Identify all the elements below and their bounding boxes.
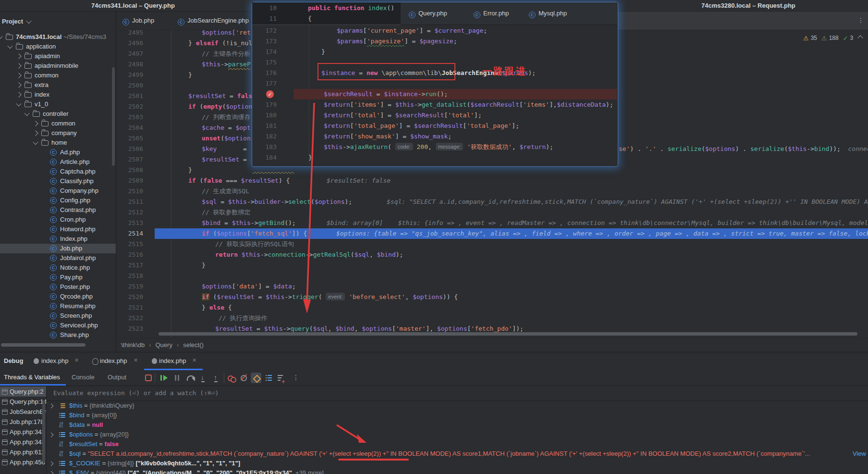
tree-item-captcha-php[interactable]: CCaptcha.php (0, 167, 116, 176)
step-over-button[interactable] (186, 374, 195, 382)
chevron-down-icon[interactable] (33, 139, 38, 145)
frame-row[interactable]: App.php:456 (0, 457, 46, 467)
threads-view-icon[interactable] (265, 374, 274, 382)
editor-horizontal-scrollbar[interactable] (159, 332, 857, 336)
frame-row[interactable]: JobSearchEn (0, 407, 46, 417)
editor-tab-job-php[interactable]: CJob.php (122, 11, 154, 30)
tree-item-index[interactable]: index (0, 90, 116, 100)
tree-item-ad-php[interactable]: CAd.php (0, 148, 116, 157)
chevron-down-icon[interactable] (7, 43, 12, 49)
chevron-down-icon[interactable] (16, 101, 21, 106)
variable-row-resultset[interactable]: 1001$resultSet = false (47, 439, 868, 449)
tree-item-common[interactable]: common (0, 119, 116, 128)
breakpoint-icon[interactable]: ✓ (266, 90, 274, 98)
tree-item-company[interactable]: company (0, 128, 116, 138)
tree-item-apiadminmobile[interactable]: apiadminmobile (0, 61, 116, 71)
tree-horizontal-scrollbar[interactable] (1, 343, 86, 347)
tree-item-resume-php[interactable]: CResume.php (0, 301, 116, 311)
chevron-right-icon[interactable] (16, 92, 21, 97)
breadcrumb-item[interactable]: select() (183, 341, 204, 349)
tree-item-config-php[interactable]: CConfig.php (0, 196, 116, 205)
editor-tab-jobsearchengine-php[interactable]: CJobSearchEngine.php (178, 11, 249, 30)
tree-item-share-php[interactable]: CShare.php (0, 330, 116, 340)
variable-row-_env[interactable]: $_ENV = {string[44]} ["4", "/Application… (47, 468, 868, 474)
tree-item-article-php[interactable]: CArticle.php (0, 157, 116, 167)
variable-row-_cookie[interactable]: $_COOKIE = {string[4]} ["kl6vb0ok9qhto5k… (47, 459, 868, 468)
tree-item-cron-php[interactable]: CCron.php (0, 215, 116, 225)
expander-icon[interactable] (49, 404, 54, 409)
tree-vertical-scrollbar[interactable] (112, 67, 115, 166)
step-into-button[interactable]: ↓ (199, 374, 208, 382)
chevron-right-icon[interactable] (33, 130, 38, 136)
show-execution-point-button[interactable] (252, 374, 260, 382)
tree-item-jobfairol-php[interactable]: CJobfairol.php (0, 253, 116, 263)
tree-item-controller[interactable]: controller (0, 109, 116, 119)
step-out-button[interactable]: ↑ (212, 374, 221, 382)
expander-icon[interactable] (49, 471, 54, 474)
popup-tab-query-php[interactable]: CQuery.php (409, 2, 447, 25)
debug-view-tab-console[interactable]: Console (72, 374, 95, 381)
tree-item-serviceol-php[interactable]: CServiceol.php (0, 321, 116, 330)
more-options-icon[interactable]: ⋮ (857, 16, 864, 24)
popup-tab-mysql-php[interactable]: CMysql.php (529, 2, 567, 25)
frame-row[interactable]: App.php:343 (0, 427, 46, 437)
mute-breakpoints-button[interactable] (240, 374, 248, 382)
variable-row-options[interactable]: $options = {array[20]} (47, 430, 868, 439)
frame-row[interactable]: App.php:611 (0, 447, 46, 457)
debug-view-tab-threads-variables[interactable]: Threads & Variables (4, 374, 60, 381)
variable-row-bind[interactable]: $bind = {array[0]} (47, 411, 868, 420)
chevron-right-icon[interactable] (33, 121, 38, 126)
tree-item-index-php[interactable]: CIndex.php (0, 234, 116, 244)
tree-item-notice-php[interactable]: CNotice.php (0, 263, 116, 273)
variable-row-sql[interactable]: 1001$sql = "SELECT a.id,company_id,refre… (47, 449, 868, 459)
resume-button[interactable] (159, 374, 168, 382)
project-panel-header[interactable]: Project (2, 18, 31, 25)
debug-view-tab-output[interactable]: Output (108, 374, 126, 381)
expander-icon[interactable] (49, 433, 54, 437)
add-watch-button[interactable]: + (277, 374, 286, 382)
popup-tab-error-php[interactable]: CError.php (474, 2, 509, 25)
tree-item-contrast-php[interactable]: CContrast.php (0, 205, 116, 215)
tree-item-home[interactable]: home (0, 138, 116, 148)
tree-item-74cms341-local[interactable]: 74cms341.local ~/Sites/74cms3 (0, 32, 116, 42)
inspections-widget[interactable]: ⚠35 ⚠188 ✓3 (803, 33, 862, 43)
tree-item-apiadmin[interactable]: apiadmin (0, 51, 116, 61)
chevron-down-icon[interactable] (0, 34, 3, 39)
frame-row[interactable]: App.php:343 (0, 437, 46, 447)
more-options-icon[interactable]: ⋮ (290, 374, 298, 382)
tree-item-hotword-php[interactable]: CHotword.php (0, 225, 116, 234)
tree-item-poster-php[interactable]: CPoster.php (0, 282, 116, 292)
view-link[interactable]: View (853, 449, 866, 459)
tree-item-application[interactable]: application (0, 42, 116, 51)
frames-scrollbar[interactable] (42, 400, 45, 463)
close-icon[interactable]: ✕ (192, 357, 196, 363)
tree-item-classify-php[interactable]: CClassify.php (0, 176, 116, 186)
tree-item-extra[interactable]: extra (0, 80, 116, 90)
tree-item-job-php[interactable]: CJob.php (0, 244, 116, 253)
chevron-right-icon[interactable] (16, 82, 21, 87)
chevron-up-icon[interactable] (858, 35, 863, 40)
tree-item-screen-php[interactable]: CScreen.php (0, 311, 116, 321)
frame-row[interactable]: Query.php:14 (0, 397, 46, 407)
frame-row[interactable]: Job.php:178 (0, 417, 46, 427)
tree-item-pay-php[interactable]: CPay.php (0, 273, 116, 282)
close-icon[interactable]: ✕ (74, 357, 79, 363)
tree-item-qrcode-php[interactable]: CQrcode.php (0, 292, 116, 301)
tree-item-company-php[interactable]: CCompany.php (0, 186, 116, 196)
breadcrumb-item[interactable]: Query (156, 341, 172, 349)
close-icon[interactable]: ✕ (134, 357, 138, 363)
expander-icon[interactable] (49, 462, 54, 466)
evaluate-expression-row[interactable]: Evaluate expression (⏎) or add a watch (… (47, 386, 868, 401)
variable-row-data[interactable]: 1001$data = null (47, 420, 868, 430)
pause-button[interactable] (173, 374, 182, 382)
view-breakpoints-button[interactable] (227, 374, 236, 382)
tree-item-v1-0[interactable]: v1_0 (0, 100, 116, 109)
stop-button[interactable] (144, 374, 153, 382)
frame-row[interactable]: Query.php:2 (0, 387, 46, 397)
breadcrumb-item[interactable]: \think\db (121, 341, 145, 349)
variable-row-this[interactable]: $this = {think\db\Query} (47, 401, 868, 411)
chevron-right-icon[interactable] (16, 73, 21, 78)
chevron-right-icon[interactable] (16, 53, 21, 59)
chevron-down-icon[interactable] (24, 111, 29, 116)
chevron-right-icon[interactable] (16, 63, 21, 68)
